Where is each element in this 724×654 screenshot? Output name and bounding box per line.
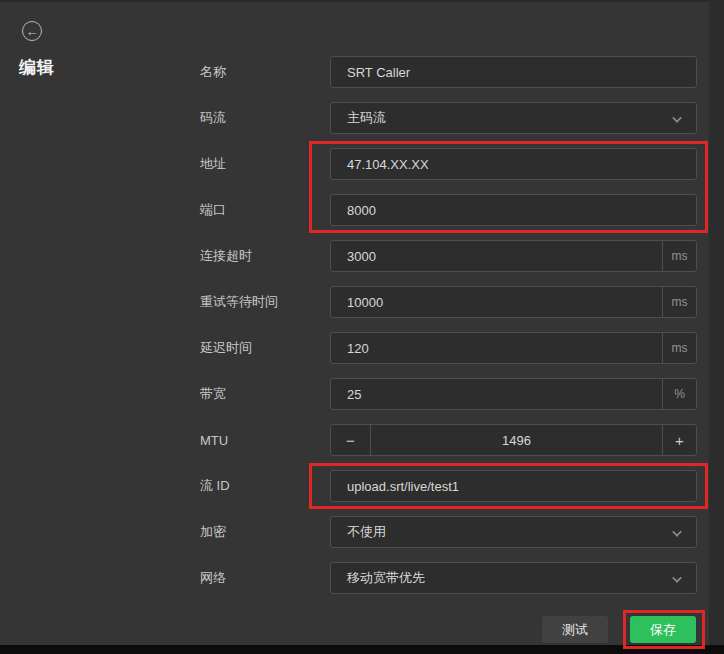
mtu-stepper[interactable]: −1496+ bbox=[330, 424, 697, 456]
form-row: MTU−1496+ bbox=[200, 424, 697, 456]
address-field-value: 47.104.XX.XX bbox=[331, 157, 696, 172]
increment-button[interactable]: + bbox=[662, 425, 696, 455]
stream-select-label: 码流 bbox=[200, 109, 330, 127]
timeout-field-value: 3000 bbox=[331, 249, 662, 264]
form-row: 地址47.104.XX.XX bbox=[200, 148, 697, 180]
form-row: 重试等待时间10000ms bbox=[200, 286, 697, 318]
unit-suffix: ms bbox=[662, 241, 696, 271]
stream-id-field-value: upload.srt/live/test1 bbox=[331, 479, 696, 494]
network-select-value: 移动宽带优先 bbox=[331, 569, 696, 587]
latency-field-label: 延迟时间 bbox=[200, 339, 330, 357]
back-button[interactable]: ← bbox=[22, 21, 42, 41]
network-select[interactable]: 移动宽带优先 bbox=[330, 562, 697, 594]
timeout-field-label: 连接超时 bbox=[200, 247, 330, 265]
form-row: 端口8000 bbox=[200, 194, 697, 226]
arrow-left-icon: ← bbox=[26, 25, 39, 38]
stream-id-field[interactable]: upload.srt/live/test1 bbox=[330, 470, 697, 502]
address-field-label: 地址 bbox=[200, 155, 330, 173]
unit-suffix: ms bbox=[662, 333, 696, 363]
form-actions: 测试 保存 bbox=[200, 610, 697, 649]
name-field-value: SRT Caller bbox=[331, 65, 696, 80]
retry-wait-field-value: 10000 bbox=[331, 295, 662, 310]
unit-suffix: ms bbox=[662, 287, 696, 317]
retry-wait-field-label: 重试等待时间 bbox=[200, 293, 330, 311]
form-row: 名称SRT Caller bbox=[200, 56, 697, 88]
form-row: 加密不使用 bbox=[200, 516, 697, 548]
unit-suffix: % bbox=[662, 379, 696, 409]
mtu-stepper-label: MTU bbox=[200, 433, 330, 448]
test-button[interactable]: 测试 bbox=[542, 616, 608, 643]
latency-field[interactable]: 120ms bbox=[330, 332, 697, 364]
name-field-label: 名称 bbox=[200, 63, 330, 81]
save-button[interactable]: 保存 bbox=[630, 616, 696, 643]
port-field-label: 端口 bbox=[200, 201, 330, 219]
port-field[interactable]: 8000 bbox=[330, 194, 697, 226]
form-row: 延迟时间120ms bbox=[200, 332, 697, 364]
form-row: 网络移动宽带优先 bbox=[200, 562, 697, 594]
save-highlight-box: 保存 bbox=[623, 610, 705, 649]
latency-field-value: 120 bbox=[331, 341, 662, 356]
form-row: 带宽25% bbox=[200, 378, 697, 410]
bandwidth-field-value: 25 bbox=[331, 387, 662, 402]
bandwidth-field[interactable]: 25% bbox=[330, 378, 697, 410]
window-right-edge bbox=[709, 0, 724, 645]
stream-id-field-label: 流 ID bbox=[200, 477, 330, 495]
form-row: 连接超时3000ms bbox=[200, 240, 697, 272]
encryption-select-label: 加密 bbox=[200, 523, 330, 541]
edit-form: 名称SRT Caller码流主码流地址47.104.XX.XX端口8000连接超… bbox=[200, 56, 697, 649]
form-row: 码流主码流 bbox=[200, 102, 697, 134]
retry-wait-field[interactable]: 10000ms bbox=[330, 286, 697, 318]
name-field[interactable]: SRT Caller bbox=[330, 56, 697, 88]
bandwidth-field-label: 带宽 bbox=[200, 385, 330, 403]
stream-select-value: 主码流 bbox=[331, 109, 696, 127]
port-field-value: 8000 bbox=[331, 203, 696, 218]
form-row: 流 IDupload.srt/live/test1 bbox=[200, 470, 697, 502]
timeout-field[interactable]: 3000ms bbox=[330, 240, 697, 272]
window-top-edge bbox=[0, 0, 724, 2]
network-select-label: 网络 bbox=[200, 569, 330, 587]
page-title: 编辑 bbox=[19, 56, 55, 79]
address-field[interactable]: 47.104.XX.XX bbox=[330, 148, 697, 180]
encryption-select[interactable]: 不使用 bbox=[330, 516, 697, 548]
stream-select[interactable]: 主码流 bbox=[330, 102, 697, 134]
encryption-select-value: 不使用 bbox=[331, 523, 696, 541]
decrement-button[interactable]: − bbox=[331, 425, 371, 455]
mtu-stepper-value: 1496 bbox=[371, 433, 662, 448]
